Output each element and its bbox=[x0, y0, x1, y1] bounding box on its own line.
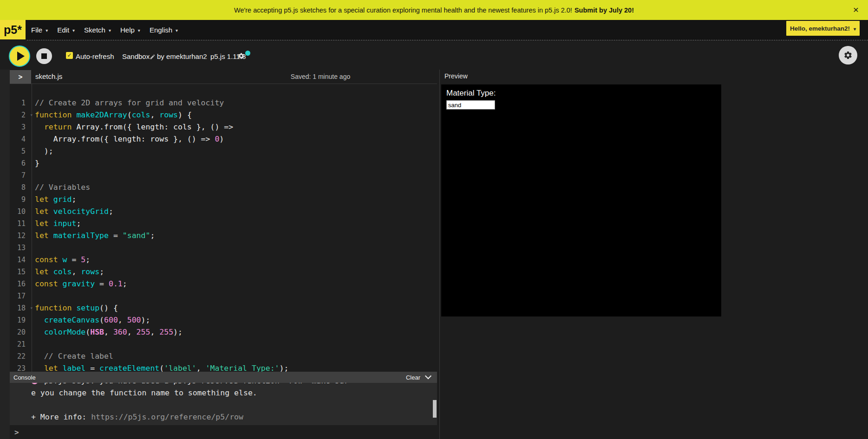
code-line[interactable]: 13 bbox=[10, 242, 437, 254]
nav-bar: p5* File ▾ Edit ▾ Sketch ▾ Help ▾ Englis… bbox=[0, 20, 868, 40]
code-line[interactable]: 22 // Create label bbox=[10, 350, 437, 362]
stop-button[interactable] bbox=[36, 48, 52, 64]
code-line[interactable]: 18▾function setup() { bbox=[10, 302, 437, 314]
settings-gear-icon bbox=[843, 51, 853, 60]
tab-sketch-js[interactable]: sketch.js bbox=[35, 70, 62, 84]
line-number: 10 bbox=[10, 206, 28, 218]
code-text: // Create 2D arrays for grid and velocit… bbox=[35, 97, 437, 109]
code-line[interactable]: 3 return Array.from({ length: cols }, ()… bbox=[10, 121, 437, 133]
console-link[interactable]: https://p5js.org/reference/p5/row bbox=[91, 413, 243, 421]
line-number: 23 bbox=[10, 362, 28, 372]
code-text: let input; bbox=[35, 218, 437, 230]
console-input-row[interactable]: > bbox=[10, 425, 437, 439]
chevron-down-icon: ▾ bbox=[46, 28, 48, 33]
menu-sketch[interactable]: Sketch ▾ bbox=[84, 26, 111, 34]
code-line[interactable]: 5 ); bbox=[10, 145, 437, 157]
pane-divider[interactable] bbox=[439, 70, 440, 439]
line-number: 21 bbox=[10, 338, 28, 350]
code-text: function setup() { bbox=[35, 302, 437, 314]
editor-tab-bar: > sketch.js Saved: 1 minute ago bbox=[10, 70, 437, 84]
banner-text: We're accepting p5.js sketches for a spe… bbox=[234, 6, 572, 14]
banner-submit-text[interactable]: Submit by July 20! bbox=[574, 6, 634, 14]
code-line[interactable]: 23 let label = createElement('label', 'M… bbox=[10, 362, 437, 372]
code-line[interactable]: 8// Variables bbox=[10, 181, 437, 194]
code-line[interactable]: 6} bbox=[10, 157, 437, 169]
code-text: function make2DArray(cols, rows) { bbox=[35, 109, 437, 121]
close-icon[interactable]: × bbox=[849, 3, 862, 16]
author-byline[interactable]: by emekturhan2 bbox=[157, 52, 207, 60]
code-line[interactable]: 21 bbox=[10, 338, 437, 350]
code-line[interactable]: 15let cols, rows; bbox=[10, 266, 437, 278]
line-number: 12 bbox=[10, 230, 28, 242]
chevron-down-icon: ▾ bbox=[138, 28, 140, 33]
material-type-input[interactable] bbox=[446, 100, 495, 110]
line-number: 7 bbox=[10, 169, 28, 181]
menu-language[interactable]: English ▾ bbox=[150, 26, 178, 34]
line-number: 2 bbox=[10, 109, 28, 121]
edit-pencil-icon[interactable] bbox=[150, 53, 156, 62]
code-text: let cols, rows; bbox=[35, 266, 437, 278]
account-menu-button[interactable]: Hello, emekturhan2! ▾ bbox=[786, 21, 860, 36]
line-number: 11 bbox=[10, 218, 28, 230]
line-number: 19 bbox=[10, 314, 28, 326]
code-line[interactable]: 11let input; bbox=[10, 218, 437, 230]
collapsed-sidebar bbox=[0, 70, 10, 439]
code-text: // Create label bbox=[35, 350, 437, 362]
code-text: // Variables bbox=[35, 181, 437, 194]
line-number: 20 bbox=[10, 326, 28, 338]
code-line[interactable]: 7 bbox=[10, 169, 437, 181]
line-number: 15 bbox=[10, 266, 28, 278]
code-text bbox=[35, 169, 437, 181]
line-number: 16 bbox=[10, 278, 28, 290]
play-button[interactable] bbox=[9, 45, 30, 67]
menu-edit[interactable]: Edit ▾ bbox=[57, 26, 75, 34]
code-line[interactable]: 12let materialType = "sand"; bbox=[10, 230, 437, 242]
auto-refresh-label[interactable]: Auto-refresh bbox=[76, 52, 114, 60]
expand-sidebar-button[interactable]: > bbox=[10, 70, 31, 84]
sketch-canvas[interactable]: Material Type: bbox=[441, 84, 721, 316]
chevron-down-icon: ▾ bbox=[109, 28, 111, 33]
code-text: let label = createElement('label', 'Mate… bbox=[35, 362, 437, 372]
code-line[interactable]: 10let velocityGrid; bbox=[10, 206, 437, 218]
line-number: 22 bbox=[10, 350, 28, 362]
code-line[interactable]: 1// Create 2D arrays for grid and veloci… bbox=[10, 97, 437, 109]
line-number: 13 bbox=[10, 242, 28, 254]
console-scrollbar-thumb[interactable] bbox=[433, 400, 437, 418]
sketch-name[interactable]: Sandbox bbox=[122, 52, 150, 60]
settings-button[interactable] bbox=[839, 46, 857, 65]
code-text: const w = 5; bbox=[35, 254, 437, 266]
console-text: + More info: bbox=[31, 413, 91, 421]
version-gear-icon[interactable] bbox=[238, 52, 245, 61]
code-line[interactable]: 20 colorMode(HSB, 360, 255, 255); bbox=[10, 326, 437, 338]
line-number: 5 bbox=[10, 145, 28, 157]
console-line: p5.js says: you have used a p5.js reserv… bbox=[31, 383, 437, 387]
code-line[interactable]: 9let grid; bbox=[10, 194, 437, 206]
code-text: Array.from({ length: rows }, () => 0) bbox=[35, 133, 437, 145]
p5-logo[interactable]: p5* bbox=[0, 20, 26, 39]
console-output[interactable]: p5.js says: you have used a p5.js reserv… bbox=[10, 383, 437, 425]
code-text: createCanvas(600, 500); bbox=[35, 314, 437, 326]
chevron-down-icon: ▾ bbox=[854, 26, 856, 32]
preview-title: Preview bbox=[444, 72, 468, 80]
code-line[interactable]: 19 createCanvas(600, 500); bbox=[10, 314, 437, 326]
console-line bbox=[31, 399, 437, 411]
menu-help[interactable]: Help ▾ bbox=[120, 26, 140, 34]
stop-icon bbox=[41, 53, 47, 59]
auto-refresh-checkbox[interactable]: ✓ bbox=[66, 52, 73, 59]
line-number: 9 bbox=[10, 194, 28, 206]
code-lines: 1// Create 2D arrays for grid and veloci… bbox=[10, 84, 437, 372]
code-text: let materialType = "sand"; bbox=[35, 230, 437, 242]
code-line[interactable]: 16const gravity = 0.1; bbox=[10, 278, 437, 290]
code-line[interactable]: 4 Array.from({ length: rows }, () => 0) bbox=[10, 133, 437, 145]
line-number: 4 bbox=[10, 133, 28, 145]
code-text: } bbox=[35, 157, 437, 169]
code-line[interactable]: 14const w = 5; bbox=[10, 254, 437, 266]
code-line[interactable]: 17 bbox=[10, 290, 437, 302]
console-collapse-chevron-icon[interactable] bbox=[425, 373, 431, 379]
menu-file[interactable]: File ▾ bbox=[31, 26, 48, 34]
code-editor[interactable]: 1// Create 2D arrays for grid and veloci… bbox=[10, 84, 437, 372]
code-line[interactable]: 2▾function make2DArray(cols, rows) { bbox=[10, 109, 437, 121]
console-text: p5.js says: you have used a p5.js reserv… bbox=[44, 383, 349, 385]
code-text: const gravity = 0.1; bbox=[35, 278, 437, 290]
console-clear-button[interactable]: Clear bbox=[406, 374, 420, 381]
